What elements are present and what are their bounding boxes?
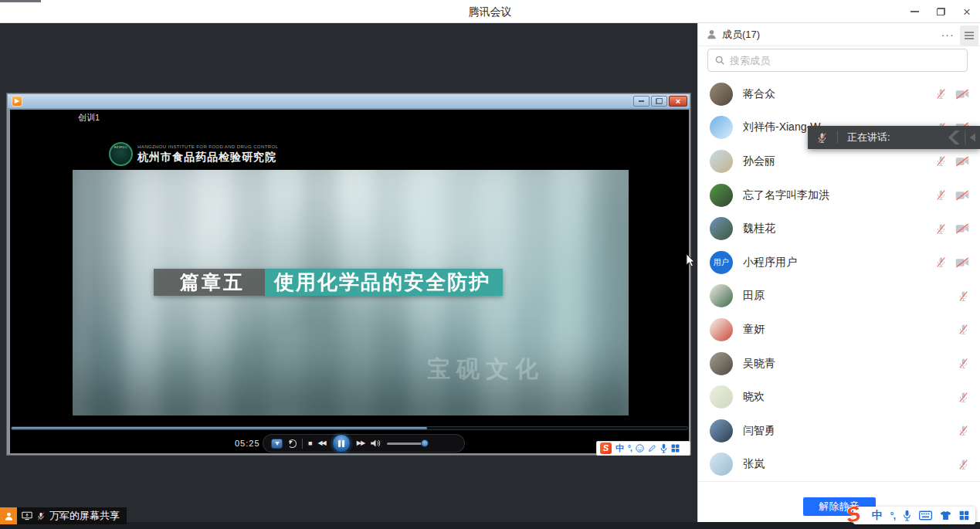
mic-muted-icon[interactable] xyxy=(958,358,969,369)
toast-divider xyxy=(837,131,838,144)
mic-muted-icon[interactable] xyxy=(958,392,969,403)
member-search xyxy=(707,49,968,72)
bottom-strip xyxy=(0,522,980,529)
tencent-meeting-window: 腾讯会议 × ▶ × 创训1 HZIFDC xyxy=(0,0,980,529)
skin-shirt-icon[interactable] xyxy=(940,510,951,521)
ime-toolbar-mini[interactable]: S 中 °, xyxy=(596,441,690,456)
member-row[interactable]: 晓欢 xyxy=(698,380,980,414)
stop-button[interactable]: ■ xyxy=(308,440,312,447)
emoji-icon[interactable] xyxy=(636,444,644,453)
member-name: 晓欢 xyxy=(743,390,958,404)
member-row[interactable]: 魏桂花 xyxy=(698,212,980,246)
volume-icon[interactable] xyxy=(370,439,381,448)
camera-off-icon[interactable] xyxy=(955,156,969,167)
avatar xyxy=(710,385,733,409)
member-row[interactable]: 张岚 xyxy=(698,448,980,481)
ime-language-toggle[interactable]: 中 xyxy=(872,509,883,523)
sogou-logo-icon[interactable]: S xyxy=(600,443,612,454)
ime-punctuation-toggle[interactable]: °, xyxy=(890,510,895,521)
share-status-overlay: 万军的屏幕共享 xyxy=(0,507,127,524)
member-name: 忘了名字叫李加洪 xyxy=(743,188,935,202)
elapsed-time: 05:25 xyxy=(235,439,260,448)
volume-slider[interactable] xyxy=(387,443,427,445)
speaking-toast: 正在讲话: xyxy=(808,126,980,149)
mic-muted-icon[interactable] xyxy=(935,155,947,167)
panel-more-button[interactable]: ··· xyxy=(937,29,959,41)
player-controls: ■ ◀◀ ▶▶ xyxy=(263,434,465,453)
window-edge-artifact xyxy=(0,0,41,2)
player-minimize-button[interactable] xyxy=(633,96,649,107)
ime-punctuation-toggle[interactable]: °, xyxy=(628,444,632,453)
window-restore-button[interactable] xyxy=(927,0,954,23)
rewind-button[interactable]: ◀◀ xyxy=(317,440,325,446)
mic-muted-icon[interactable] xyxy=(958,290,969,302)
volume-knob[interactable] xyxy=(421,439,429,447)
repeat-icon[interactable] xyxy=(288,439,297,448)
member-row[interactable]: 吴晓青 xyxy=(698,347,980,381)
window-minimize-button[interactable] xyxy=(901,0,927,23)
mic-muted-icon[interactable] xyxy=(935,223,947,235)
mic-muted-icon[interactable] xyxy=(935,256,947,268)
player-restore-button[interactable] xyxy=(651,96,667,107)
mic-muted-icon[interactable] xyxy=(958,425,969,436)
member-name: 吴晓青 xyxy=(743,357,958,371)
toolbox-grid-icon[interactable] xyxy=(671,444,680,453)
camera-off-icon[interactable] xyxy=(955,257,969,268)
avatar xyxy=(710,318,733,341)
window-close-button[interactable]: × xyxy=(954,0,980,23)
player-progress-bar[interactable] xyxy=(11,426,688,430)
presenter-avatar-icon xyxy=(0,507,17,524)
mic-muted-icon[interactable] xyxy=(958,324,969,335)
org-name-zh: 杭州市食品药品检验研究院 xyxy=(137,151,278,164)
window-titlebar: 腾讯会议 × xyxy=(0,0,980,23)
toast-decoration-icon xyxy=(944,131,975,144)
member-name: 小程序用户 xyxy=(743,256,935,270)
screen-share-icon xyxy=(22,511,32,521)
member-row[interactable]: 童妍 xyxy=(698,313,980,347)
fast-forward-button[interactable]: ▶▶ xyxy=(357,440,365,446)
panel-collapse-button[interactable] xyxy=(960,25,978,46)
members-icon xyxy=(706,29,717,40)
avatar xyxy=(710,352,733,375)
keyboard-icon[interactable] xyxy=(919,510,932,521)
chapter-title: 使用化学品的安全防护 xyxy=(265,269,503,296)
camera-off-icon[interactable] xyxy=(955,89,969,100)
ime-toolbar[interactable]: S 中 °, xyxy=(853,507,975,524)
member-row[interactable]: 田原 xyxy=(698,280,980,314)
camera-off-icon[interactable] xyxy=(955,223,969,234)
player-close-button[interactable]: × xyxy=(669,96,687,107)
voice-input-icon[interactable] xyxy=(660,443,667,453)
member-row[interactable]: 孙会丽 xyxy=(698,144,980,178)
mic-muted-icon[interactable] xyxy=(958,459,969,470)
voice-input-icon[interactable] xyxy=(903,510,911,521)
close-icon: × xyxy=(676,97,680,106)
pause-button[interactable] xyxy=(332,434,351,453)
avatar xyxy=(710,83,733,106)
hamburger-icon xyxy=(965,32,974,33)
avatar xyxy=(710,284,733,307)
org-name-en: HANGZHOU INSTITUTE FOR FOOD AND DRUG CON… xyxy=(137,144,278,149)
player-logo-icon[interactable] xyxy=(271,439,283,449)
avatar xyxy=(710,217,733,240)
org-header: HZIFDC HANGZHOU INSTITUTE FOR FOOD AND D… xyxy=(109,142,278,166)
avatar xyxy=(710,116,733,139)
player-titlebar[interactable]: ▶ × xyxy=(8,94,690,109)
mic-muted-icon xyxy=(816,132,828,144)
mic-muted-icon[interactable] xyxy=(935,88,947,100)
member-row[interactable]: 蒋合众 xyxy=(698,77,980,111)
member-row[interactable]: 闫智勇 xyxy=(698,414,980,448)
chapter-tag: 篇章五 xyxy=(154,269,265,296)
sogou-logo-icon[interactable]: S xyxy=(840,501,866,527)
camera-off-icon[interactable] xyxy=(955,190,969,201)
video-canvas[interactable]: 创训1 HZIFDC HANGZHOU INSTITUTE FOR FOOD A… xyxy=(10,110,689,453)
ime-language-toggle[interactable]: 中 xyxy=(615,443,624,454)
mic-muted-icon[interactable] xyxy=(935,189,947,201)
toolbox-grid-icon[interactable] xyxy=(959,510,969,521)
search-input[interactable] xyxy=(707,49,968,72)
members-panel-header: 成员(17) ··· × xyxy=(698,23,980,46)
pencil-icon[interactable] xyxy=(648,444,656,453)
member-row[interactable]: 忘了名字叫李加洪 xyxy=(698,178,980,212)
avatar: 用户 xyxy=(710,251,733,274)
members-panel-title: 成员(17) xyxy=(722,28,937,42)
member-row[interactable]: 用户 小程序用户 xyxy=(698,246,980,280)
